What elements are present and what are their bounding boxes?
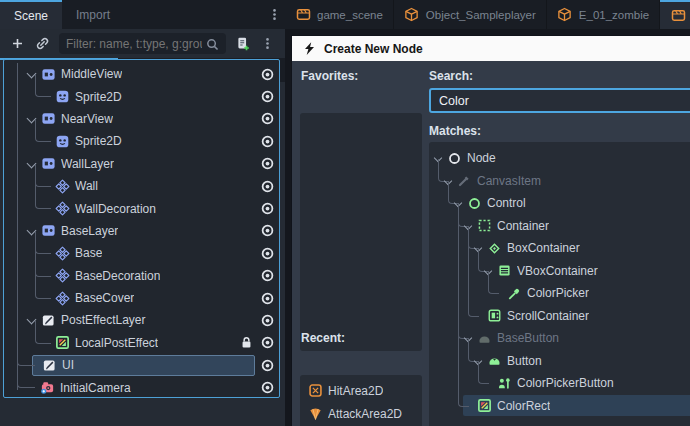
recent-item[interactable]: HitArea2D bbox=[300, 379, 422, 402]
recent-panel[interactable]: HitArea2DAttackArea2DAnimatedSp... bbox=[300, 375, 422, 426]
tilemap-layer-icon bbox=[54, 178, 70, 194]
scene-tab[interactable]: Object_Sampleplayer bbox=[394, 0, 547, 29]
tilemap-layer-icon bbox=[54, 245, 70, 261]
tree-line bbox=[458, 260, 459, 283]
tree-connector bbox=[35, 164, 51, 187]
search-label: Search: bbox=[429, 69, 473, 83]
match-row[interactable]: ColorRect bbox=[429, 395, 690, 418]
scene-tree-row[interactable]: LocalPostEffect bbox=[4, 332, 279, 354]
eye-icon bbox=[259, 335, 275, 351]
visibility-toggle[interactable] bbox=[255, 178, 279, 194]
node-name: Sprite2D bbox=[75, 90, 122, 104]
filter-input[interactable] bbox=[59, 33, 226, 54]
scene-tab-label: E_01_zombie bbox=[579, 9, 649, 21]
link-icon bbox=[35, 36, 51, 52]
tree-menu-button[interactable] bbox=[255, 32, 280, 55]
visibility-toggle[interactable] bbox=[255, 89, 279, 105]
godot-runner-icon bbox=[301, 41, 317, 57]
scene-3d-icon bbox=[557, 7, 573, 23]
node-name: Base bbox=[75, 246, 102, 260]
match-row-content: VBoxContainer bbox=[433, 260, 690, 281]
eye-icon bbox=[259, 201, 275, 217]
scene-tab[interactable]: [unsaved] bbox=[660, 0, 690, 29]
visibility-toggle[interactable] bbox=[255, 357, 279, 373]
tree-connector bbox=[35, 74, 51, 97]
dock-menu-button[interactable] bbox=[263, 0, 285, 29]
tree-row-content: PostEffectLayer bbox=[16, 310, 255, 331]
match-row[interactable]: VBoxContainer bbox=[429, 260, 690, 283]
match-row[interactable]: Node bbox=[429, 147, 690, 170]
color-picker-button-icon bbox=[496, 375, 512, 391]
script-add-icon bbox=[235, 36, 251, 52]
visibility-toggle[interactable] bbox=[255, 111, 279, 127]
visibility-toggle[interactable] bbox=[255, 312, 279, 328]
eye-icon bbox=[259, 156, 275, 172]
scene-tree-row[interactable]: Sprite2D bbox=[4, 85, 279, 107]
scene-tree-row[interactable]: BaseCover bbox=[4, 287, 279, 309]
eye-icon bbox=[259, 268, 275, 284]
match-row[interactable]: CanvasItem bbox=[429, 170, 690, 193]
canvas-layer-icon bbox=[41, 357, 57, 373]
instance-scene-button[interactable] bbox=[30, 32, 55, 55]
eye-icon bbox=[259, 66, 275, 82]
tree-line bbox=[458, 350, 459, 373]
tree-line bbox=[458, 282, 459, 305]
eye-icon bbox=[259, 133, 275, 149]
dock-tab-bar: Scene Import bbox=[0, 0, 285, 29]
visibility-toggle[interactable] bbox=[255, 335, 279, 351]
scene-tree-panel[interactable]: MiddleViewSprite2DNearViewSprite2DWallLa… bbox=[3, 59, 280, 398]
match-name: BoxContainer bbox=[507, 241, 580, 255]
visibility-toggle[interactable] bbox=[255, 66, 279, 82]
match-row[interactable]: Button bbox=[429, 350, 690, 373]
add-node-button[interactable] bbox=[5, 32, 30, 55]
scene-tree-row[interactable]: UI bbox=[4, 354, 279, 376]
area2d-attack-icon bbox=[307, 406, 323, 422]
dialog-title-bar[interactable]: Create New Node bbox=[292, 36, 690, 61]
visibility-toggle[interactable] bbox=[255, 245, 279, 261]
tab-import[interactable]: Import bbox=[62, 0, 124, 29]
tab-scene[interactable]: Scene bbox=[0, 0, 62, 29]
camera-custom-icon bbox=[39, 380, 55, 396]
scene-tree-row[interactable]: InitialCamera bbox=[4, 376, 279, 398]
match-row-content: ColorPickerButton bbox=[433, 373, 690, 394]
visibility-toggle[interactable] bbox=[255, 156, 279, 172]
dots-icon bbox=[266, 7, 282, 23]
tree-row-content: Wall bbox=[16, 176, 255, 197]
visibility-toggle[interactable] bbox=[255, 223, 279, 239]
visibility-toggle[interactable] bbox=[255, 133, 279, 149]
color-picker-icon bbox=[506, 285, 522, 301]
tree-connector bbox=[458, 384, 469, 407]
create-new-node-dialog: Create New Node Favorites: Recent: HitAr… bbox=[292, 36, 690, 426]
color-rect-icon bbox=[54, 335, 70, 351]
tree-row-content: InitialCamera bbox=[16, 377, 255, 398]
visibility-toggle[interactable] bbox=[255, 268, 279, 284]
recent-item[interactable]: AttackArea2D bbox=[300, 402, 422, 425]
match-row-content: Node bbox=[433, 148, 690, 169]
match-name: Control bbox=[487, 196, 526, 210]
scene-tab[interactable]: E_01_zombie bbox=[547, 0, 660, 29]
eye-icon bbox=[259, 380, 275, 396]
scene-tree-row[interactable]: Sprite2D bbox=[4, 130, 279, 152]
match-name: ScrollContainer bbox=[507, 309, 589, 323]
matches-panel[interactable]: NodeCanvasItemControlContainerBoxContain… bbox=[429, 142, 690, 426]
visibility-toggle[interactable] bbox=[255, 290, 279, 306]
scene-tree-row[interactable]: WallDecoration bbox=[4, 197, 279, 219]
match-name: Node bbox=[467, 151, 496, 165]
tree-row-content: BaseCover bbox=[16, 288, 255, 309]
tree-connector bbox=[35, 276, 51, 299]
node-name: LocalPostEffect bbox=[75, 336, 158, 350]
node-name: Wall bbox=[75, 179, 98, 193]
attach-script-button[interactable] bbox=[230, 32, 255, 55]
tilemap-layer-icon bbox=[54, 290, 70, 306]
match-row[interactable]: BoxContainer bbox=[429, 237, 690, 260]
eye-icon bbox=[259, 89, 275, 105]
search-icon bbox=[204, 36, 220, 52]
node-name: Sprite2D bbox=[75, 134, 122, 148]
recent-label: Recent: bbox=[301, 331, 345, 345]
visibility-toggle[interactable] bbox=[255, 380, 279, 396]
visibility-toggle[interactable] bbox=[255, 201, 279, 217]
scene-dock: Scene Import MiddleViewSprite2DNearViewS… bbox=[0, 0, 285, 426]
scene-tab[interactable]: game_scene bbox=[285, 0, 394, 29]
search-input[interactable] bbox=[429, 88, 690, 113]
favorites-panel[interactable] bbox=[300, 113, 422, 351]
